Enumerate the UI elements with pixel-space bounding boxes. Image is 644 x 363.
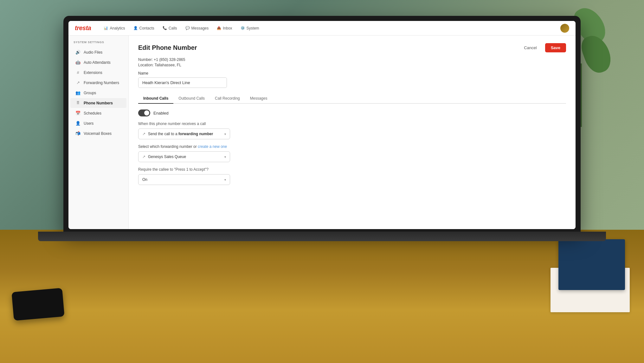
content-panel: Edit Phone Number Cancel Save Number: +1… [129, 36, 576, 229]
sidebar-item-audio-files[interactable]: 🔊 Audio Files [70, 47, 126, 57]
sidebar-item-auto-attendants[interactable]: 🤖 Auto Attendants [70, 57, 126, 67]
forwarding-dropdown-arrow: ▾ [224, 155, 226, 159]
press1-dropdown-value: On [142, 177, 147, 182]
forwarding-label-prefix: Select which forwarding number or [138, 144, 198, 149]
nav-calls-label: Calls [169, 26, 177, 30]
phone-number-line: Number: +1 (850) 328-2865 [138, 57, 566, 62]
app-logo: tresta [75, 24, 91, 32]
press1-dropdown-left: On [142, 177, 147, 182]
page-title: Edit Phone Number [138, 44, 197, 51]
schedules-icon: 📅 [75, 111, 80, 116]
enabled-toggle-row: Enabled [138, 109, 566, 116]
sidebar-extensions-label: Extensions [84, 70, 102, 75]
system-icon: ⚙️ [241, 26, 245, 30]
sidebar-groups-label: Groups [84, 91, 96, 95]
nav-items: 📊 Analytics 👤 Contacts 📞 Calls 💬 Message… [100, 24, 560, 32]
select-forwarding-label: Select which forwarding number or create… [138, 144, 566, 149]
action-dropdown-arrow: ▾ [224, 132, 226, 136]
name-input[interactable] [138, 77, 227, 88]
tab-inbound-calls[interactable]: Inbound Calls [138, 94, 173, 104]
sidebar-item-forwarding-numbers[interactable]: ↗ Forwarding Numbers [70, 78, 126, 88]
main-area: SYSTEM SETTINGS 🔊 Audio Files 🤖 Auto Att… [68, 36, 576, 229]
action-dropdown-text: Send the call to a forwarding number [148, 132, 213, 136]
header-actions: Cancel Save [519, 43, 566, 52]
analytics-icon: 📊 [104, 26, 108, 30]
inbound-calls-content: Enabled When this phone number receives … [138, 109, 566, 185]
sidebar-item-voicemail-boxes[interactable]: 📬 Voicemail Boxes [70, 129, 126, 138]
number-label: Number: [138, 57, 153, 62]
save-button[interactable]: Save [545, 43, 566, 52]
phone-numbers-icon: ⠿ [75, 101, 80, 105]
nav-system[interactable]: ⚙️ System [237, 24, 262, 32]
auto-attendants-icon: 🤖 [75, 60, 80, 65]
extensions-icon: # [75, 70, 80, 75]
nav-analytics[interactable]: 📊 Analytics [100, 24, 128, 32]
nav-messages[interactable]: 💬 Messages [182, 24, 212, 32]
phone-location-line: Location: Tallahassee, FL [138, 63, 566, 67]
name-field-label: Name [138, 71, 566, 76]
tabs: Inbound Calls Outbound Calls Call Record… [138, 94, 566, 104]
enabled-toggle[interactable] [138, 109, 150, 116]
inbox-icon: 📥 [217, 26, 221, 30]
tab-call-recording[interactable]: Call Recording [210, 94, 245, 104]
forwarding-dropdown[interactable]: ↗ Genesys Sales Queue ▾ [138, 151, 230, 162]
tab-messages[interactable]: Messages [245, 94, 273, 104]
sidebar-auto-attendants-label: Auto Attendants [84, 60, 111, 65]
sidebar-section-title: SYSTEM SETTINGS [68, 41, 128, 47]
forwarding-dropdown-text: Genesys Sales Queue [148, 155, 186, 159]
toggle-label: Enabled [153, 111, 169, 116]
nav-calls[interactable]: 📞 Calls [159, 24, 180, 32]
nav-contacts-label: Contacts [139, 26, 154, 30]
sidebar-users-label: Users [84, 121, 93, 126]
forwarding-icon: ↗ [75, 80, 80, 85]
users-icon: 👤 [75, 121, 80, 126]
laptop-screen-bezel: tresta 📊 Analytics 👤 Contacts 📞 Calls [63, 16, 581, 232]
laptop-base [38, 232, 606, 241]
sidebar-phone-numbers-label: Phone Numbers [84, 101, 113, 105]
sidebar-item-users[interactable]: 👤 Users [70, 118, 126, 128]
sidebar-audio-files-label: Audio Files [84, 50, 102, 55]
nav-system-label: System [247, 26, 259, 30]
groups-icon: 👥 [75, 90, 80, 95]
sidebar-item-groups[interactable]: 👥 Groups [70, 88, 126, 98]
calls-icon: 📞 [163, 26, 167, 30]
create-new-link[interactable]: create a new one [198, 144, 227, 149]
action-dropdown-icon: ↗ [142, 132, 145, 136]
sidebar: SYSTEM SETTINGS 🔊 Audio Files 🤖 Auto Att… [68, 36, 129, 229]
sidebar-schedules-label: Schedules [84, 111, 101, 116]
press1-label: Require the callee to "Press 1 to Accept… [138, 167, 566, 172]
voicemail-icon: 📬 [75, 131, 80, 136]
action-text-prefix: Send the call to a [148, 132, 178, 136]
number-value: +1 (850) 328-2865 [154, 57, 185, 62]
page-header: Edit Phone Number Cancel Save [138, 43, 566, 52]
location-label: Location: [138, 63, 154, 67]
press1-dropdown-arrow: ▾ [224, 178, 226, 182]
nav-analytics-label: Analytics [110, 26, 125, 30]
location-value: Tallahassee, FL [155, 63, 181, 67]
sidebar-voicemail-label: Voicemail Boxes [84, 131, 112, 136]
forwarding-dropdown-icon: ↗ [142, 155, 145, 159]
top-nav: tresta 📊 Analytics 👤 Contacts 📞 Calls [68, 21, 576, 36]
nav-contacts[interactable]: 👤 Contacts [130, 24, 158, 32]
sidebar-item-phone-numbers[interactable]: ⠿ Phone Numbers [70, 98, 126, 108]
sidebar-item-extensions[interactable]: # Extensions [70, 68, 126, 77]
tab-outbound-calls[interactable]: Outbound Calls [173, 94, 210, 104]
nav-inbox[interactable]: 📥 Inbox [214, 24, 235, 32]
user-avatar[interactable] [560, 24, 569, 33]
sidebar-item-schedules[interactable]: 📅 Schedules [70, 108, 126, 118]
action-dropdown-left: ↗ Send the call to a forwarding number [142, 132, 213, 136]
cancel-button[interactable]: Cancel [519, 43, 542, 52]
press1-dropdown[interactable]: On ▾ [138, 174, 230, 185]
action-dropdown[interactable]: ↗ Send the call to a forwarding number ▾ [138, 129, 230, 139]
forwarding-dropdown-left: ↗ Genesys Sales Queue [142, 155, 186, 159]
sidebar-forwarding-label: Forwarding Numbers [84, 81, 119, 85]
audio-files-icon: 🔊 [75, 50, 80, 55]
nav-messages-label: Messages [191, 26, 209, 30]
when-receives-label: When this phone number receives a call [138, 122, 566, 126]
contacts-icon: 👤 [133, 26, 138, 30]
action-text-bold: forwarding number [178, 132, 213, 136]
messages-icon: 💬 [185, 26, 190, 30]
phone-info: Number: +1 (850) 328-2865 Location: Tall… [138, 57, 566, 67]
laptop: tresta 📊 Analytics 👤 Contacts 📞 Calls [38, 16, 606, 331]
laptop-screen: tresta 📊 Analytics 👤 Contacts 📞 Calls [68, 21, 576, 229]
